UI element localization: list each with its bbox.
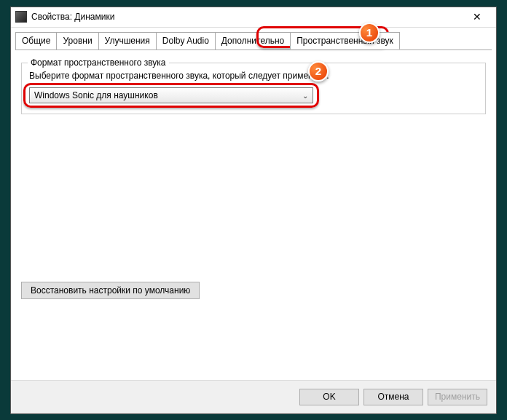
spatial-format-fieldset: Формат пространственного звука Выберите … <box>21 63 486 115</box>
properties-window: Свойства: Динамики ✕ Общие Уровни Улучше… <box>10 7 497 414</box>
tab-label: Дополнительно <box>221 36 284 46</box>
tab-enhancements[interactable]: Улучшения <box>98 32 157 49</box>
button-label: Применить <box>435 392 480 402</box>
tab-dolby[interactable]: Dolby Audio <box>156 32 216 49</box>
chevron-down-icon: ⌄ <box>302 92 308 100</box>
select-wrapper: Windows Sonic для наушников ⌄ <box>29 87 313 103</box>
tabs-bar: Общие Уровни Улучшения Dolby Audio Допол… <box>11 28 496 49</box>
tab-label: Уровни <box>63 36 92 46</box>
tab-label: Dolby Audio <box>162 36 209 46</box>
restore-defaults-button[interactable]: Восстановить настройки по умолчанию <box>21 282 200 299</box>
button-label: Восстановить настройки по умолчанию <box>31 285 190 296</box>
select-value: Windows Sonic для наушников <box>34 90 302 100</box>
speaker-icon <box>15 11 27 23</box>
tab-general[interactable]: Общие <box>15 32 57 49</box>
button-label: OK <box>323 392 335 402</box>
window-title: Свойства: Динамики <box>31 12 463 22</box>
tab-label: Улучшения <box>105 36 150 46</box>
tab-content: Формат пространственного звука Выберите … <box>11 49 496 380</box>
tab-spatial-sound[interactable]: Пространственный звук <box>290 32 400 49</box>
tab-label: Пространственный звук <box>296 36 393 46</box>
fieldset-description: Выберите формат пространственного звука,… <box>29 71 478 82</box>
ok-button[interactable]: OK <box>299 389 359 405</box>
button-label: Отмена <box>377 392 409 402</box>
apply-button: Применить <box>428 389 487 405</box>
dialog-footer: OK Отмена Применить <box>11 380 496 413</box>
tab-levels[interactable]: Уровни <box>56 32 98 49</box>
titlebar: Свойства: Динамики ✕ <box>11 7 496 28</box>
spatial-format-select[interactable]: Windows Sonic для наушников ⌄ <box>29 87 313 103</box>
cancel-button[interactable]: Отмена <box>363 389 423 405</box>
fieldset-legend: Формат пространственного звука <box>28 58 169 68</box>
tab-advanced[interactable]: Дополнительно <box>215 32 291 49</box>
close-button[interactable]: ✕ <box>463 7 492 26</box>
close-icon: ✕ <box>473 11 482 23</box>
tab-label: Общие <box>22 36 50 46</box>
